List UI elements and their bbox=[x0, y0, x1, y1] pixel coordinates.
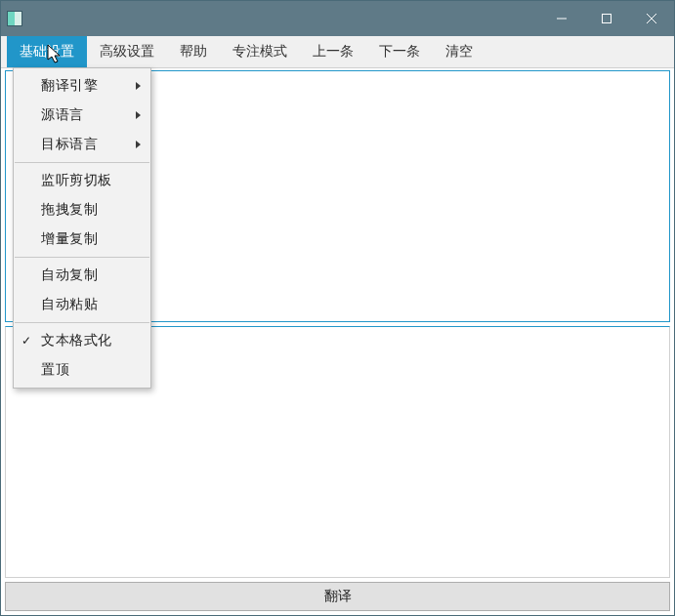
menu-clear[interactable]: 清空 bbox=[433, 36, 485, 67]
menu-label: 帮助 bbox=[180, 43, 207, 61]
dd-listen-clipboard[interactable]: 监听剪切板 bbox=[14, 166, 150, 195]
dd-item-label: 置顶 bbox=[41, 361, 69, 379]
dd-item-label: 翻译引擎 bbox=[41, 77, 98, 95]
dd-text-format[interactable]: ✓ 文本格式化 bbox=[14, 326, 150, 355]
dd-auto-paste[interactable]: 自动粘贴 bbox=[14, 290, 150, 319]
check-icon: ✓ bbox=[21, 334, 32, 348]
dd-source-language[interactable]: 源语言 bbox=[14, 101, 150, 130]
menu-focus-mode[interactable]: 专注模式 bbox=[220, 36, 300, 67]
app-window: 基础设置 高级设置 帮助 专注模式 上一条 下一条 清空 翻译 翻译引擎 源语言… bbox=[0, 0, 675, 616]
translate-button[interactable]: 翻译 bbox=[5, 582, 670, 611]
app-icon bbox=[7, 11, 22, 26]
dd-separator bbox=[15, 322, 149, 323]
minimize-icon bbox=[557, 14, 567, 23]
dd-separator bbox=[15, 162, 149, 163]
svg-rect-1 bbox=[603, 15, 612, 23]
dd-separator bbox=[15, 257, 149, 258]
basic-settings-dropdown: 翻译引擎 源语言 目标语言 监听剪切板 拖拽复制 增量复制 自动复制 自动粘贴 bbox=[13, 67, 151, 389]
dd-item-label: 自动复制 bbox=[41, 267, 98, 284]
dd-stay-on-top[interactable]: 置顶 bbox=[14, 355, 150, 385]
close-icon bbox=[647, 14, 656, 23]
menu-label: 清空 bbox=[445, 43, 473, 61]
menu-label: 专注模式 bbox=[232, 43, 287, 61]
dd-incremental-copy[interactable]: 增量复制 bbox=[14, 225, 150, 254]
menu-label: 高级设置 bbox=[100, 43, 154, 61]
menu-next[interactable]: 下一条 bbox=[366, 36, 433, 67]
titlebar-left bbox=[1, 11, 28, 26]
dd-target-language[interactable]: 目标语言 bbox=[14, 130, 150, 159]
dd-drag-copy[interactable]: 拖拽复制 bbox=[14, 195, 150, 225]
dd-item-label: 源语言 bbox=[41, 106, 84, 124]
menu-label: 上一条 bbox=[313, 43, 354, 61]
menu-help[interactable]: 帮助 bbox=[167, 36, 220, 67]
dd-item-label: 目标语言 bbox=[41, 136, 98, 153]
dd-auto-copy[interactable]: 自动复制 bbox=[14, 261, 150, 290]
dd-item-label: 文本格式化 bbox=[41, 332, 112, 349]
menu-label: 下一条 bbox=[379, 43, 420, 61]
chevron-right-icon bbox=[136, 141, 141, 148]
maximize-button[interactable] bbox=[584, 1, 629, 36]
dd-item-label: 监听剪切板 bbox=[41, 172, 112, 189]
menubar: 基础设置 高级设置 帮助 专注模式 上一条 下一条 清空 bbox=[1, 36, 674, 68]
menu-label: 基础设置 bbox=[20, 43, 74, 61]
menu-previous[interactable]: 上一条 bbox=[300, 36, 366, 67]
dd-item-label: 自动粘贴 bbox=[41, 296, 98, 313]
close-button[interactable] bbox=[629, 1, 674, 36]
window-controls bbox=[539, 1, 674, 36]
dd-item-label: 增量复制 bbox=[41, 230, 98, 248]
dd-translate-engine[interactable]: 翻译引擎 bbox=[14, 71, 150, 101]
titlebar bbox=[1, 1, 674, 36]
maximize-icon bbox=[602, 14, 612, 23]
chevron-right-icon bbox=[136, 82, 141, 90]
chevron-right-icon bbox=[136, 111, 141, 119]
minimize-button[interactable] bbox=[539, 1, 584, 36]
menu-advanced-settings[interactable]: 高级设置 bbox=[87, 36, 167, 67]
dd-item-label: 拖拽复制 bbox=[41, 201, 98, 219]
translate-button-label: 翻译 bbox=[324, 588, 352, 605]
menu-basic-settings[interactable]: 基础设置 bbox=[7, 36, 87, 67]
